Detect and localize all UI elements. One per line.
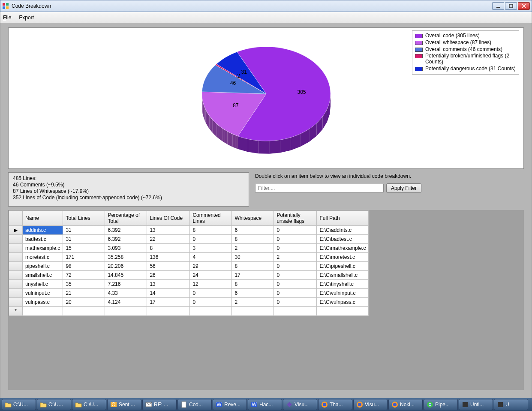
chart-legend: Overall code (305 lines)Overall whitespa… xyxy=(412,30,519,75)
taskbar-label: Noki... xyxy=(400,402,415,408)
chart-panel: 3058746231 Overall code (305 lines)Overa… xyxy=(8,27,524,169)
filter-input[interactable] xyxy=(255,184,384,192)
svg-text:2: 2 xyxy=(237,73,240,79)
table-row[interactable]: vulnpass.c204.12417020E:\C\vulnpass.c xyxy=(9,298,369,307)
folder-icon xyxy=(40,401,47,408)
legend-swatch xyxy=(415,34,423,38)
legend-item: Potentially broken/unfinished flags (2 C… xyxy=(415,53,516,66)
svg-text:31: 31 xyxy=(241,69,247,75)
grid-panel: NameTotal LinesPercentage of TotalLines … xyxy=(8,210,524,390)
legend-label: Overall code (305 lines) xyxy=(425,33,516,39)
taskbar-label: U xyxy=(505,402,509,408)
table-row[interactable]: mathexample.c153.0938320E:\C\mathexample… xyxy=(9,244,369,253)
doc-icon xyxy=(180,401,187,408)
svg-rect-3 xyxy=(6,6,9,9)
table-row[interactable]: vulninput.c214.3314060E:\C\vulninput.c xyxy=(9,289,369,298)
legend-swatch xyxy=(415,54,423,58)
data-grid[interactable]: NameTotal LinesPercentage of TotalLines … xyxy=(9,210,369,316)
new-row[interactable]: * xyxy=(9,307,369,316)
taskbar-button[interactable]: Noki... xyxy=(388,399,423,410)
taskbar-label: Visu... xyxy=(365,402,379,408)
svg-point-29 xyxy=(429,404,431,405)
taskbar-button[interactable]: U xyxy=(494,399,528,410)
column-header[interactable]: Name xyxy=(23,211,63,226)
legend-label: Overall whitespace (87 lines) xyxy=(425,40,516,46)
column-header[interactable]: Full Path xyxy=(317,211,369,226)
taskbar-button[interactable]: WReve... xyxy=(213,399,247,410)
close-button[interactable] xyxy=(518,2,530,10)
svg-text:87: 87 xyxy=(233,102,239,108)
menu-export[interactable]: Export xyxy=(19,15,34,21)
word-icon: W xyxy=(251,401,258,408)
svg-text:305: 305 xyxy=(297,89,306,95)
column-header[interactable]: Lines Of Code xyxy=(147,211,190,226)
taskbar-button[interactable]: Unti... xyxy=(459,399,493,410)
svg-text:O: O xyxy=(111,402,115,408)
menu-file[interactable]: File xyxy=(3,15,11,21)
taskbar-button[interactable]: C:\U... xyxy=(37,399,71,410)
taskbar-button[interactable]: OSent ... xyxy=(107,399,141,410)
legend-item: Overall code (305 lines) xyxy=(415,33,516,39)
column-header[interactable]: Commented Lines xyxy=(190,211,232,226)
column-header[interactable]: Percentage of Total xyxy=(105,211,147,226)
apply-filter-button[interactable]: Apply Filter xyxy=(386,183,421,193)
taskbar-button[interactable]: Visu... xyxy=(283,399,317,410)
filter-panel: Double click on an item below to view an… xyxy=(253,172,524,207)
taskbar-label: Sent ... xyxy=(119,402,135,408)
legend-label: Potentially broken/unfinished flags (2 C… xyxy=(425,53,516,65)
taskbar-button[interactable]: Cod... xyxy=(177,399,212,410)
table-row[interactable]: smallshell.c7214.8452624170E:\C\smallshe… xyxy=(9,271,369,280)
taskbar-label: C:\U... xyxy=(48,402,63,408)
table-row[interactable]: badtest.c316.39222080E:\C\badtest.c xyxy=(9,235,369,244)
stats-line: 352 Lines of Code (including comment-app… xyxy=(13,195,244,201)
taskbar-label: Reve... xyxy=(224,402,240,408)
taskbar-button[interactable]: C:\U... xyxy=(2,399,36,410)
legend-label: Overall comments (46 comments) xyxy=(425,47,516,53)
column-header[interactable]: Total Lines xyxy=(63,211,105,226)
taskbar-button[interactable]: C:\U... xyxy=(72,399,106,410)
maximize-button[interactable] xyxy=(505,2,517,10)
vs-icon xyxy=(286,401,293,408)
svg-point-26 xyxy=(393,403,397,406)
taskbar-button[interactable]: Visu... xyxy=(353,399,388,410)
folder-icon xyxy=(5,401,12,408)
svg-point-24 xyxy=(358,403,361,406)
firefox-icon xyxy=(391,401,398,408)
taskbar-label: Unti... xyxy=(470,402,484,408)
app-icon xyxy=(497,401,504,408)
column-header[interactable]: Whitespace xyxy=(232,211,274,226)
mail-icon xyxy=(145,401,152,408)
minimize-button[interactable] xyxy=(492,2,504,10)
stats-line: 485 Lines: xyxy=(13,175,244,182)
taskbar-label: Visu... xyxy=(295,402,309,408)
app-icon xyxy=(2,3,9,9)
titlebar[interactable]: Code Breakdown xyxy=(0,0,532,12)
legend-item: Overall comments (46 comments) xyxy=(415,46,516,53)
firefox-icon xyxy=(321,401,328,408)
legend-item: Potentially dangerous code (31 Counts) xyxy=(415,66,516,72)
taskbar-label: Cod... xyxy=(189,402,203,408)
column-header[interactable]: Potentially unsafe flags xyxy=(274,211,317,226)
window-title: Code Breakdown xyxy=(12,3,492,9)
taskbar-label: Tha... xyxy=(330,402,343,408)
legend-swatch xyxy=(415,41,423,45)
svg-rect-31 xyxy=(498,402,503,407)
taskbar-button[interactable]: Tha... xyxy=(318,399,352,410)
pie-chart: 3058746231 xyxy=(73,30,459,167)
svg-rect-1 xyxy=(6,3,9,6)
svg-text:W: W xyxy=(216,402,222,408)
svg-rect-30 xyxy=(463,402,468,407)
taskbar[interactable]: C:\U...C:\U...C:\U...OSent ...RE: ...Cod… xyxy=(0,398,532,411)
taskbar-button[interactable]: WHac... xyxy=(248,399,282,410)
table-row[interactable]: tinyshell.c357.216131280E:\C\tinyshell.c xyxy=(9,280,369,289)
taskbar-button[interactable]: RE: ... xyxy=(142,399,177,410)
window-buttons xyxy=(492,2,530,10)
legend-item: Overall whitespace (87 lines) xyxy=(415,39,516,46)
table-row[interactable]: pipeshell.c9820.206562980E:\C\pipeshell.… xyxy=(9,262,369,271)
filter-hint: Double click on an item below to view an… xyxy=(255,173,522,179)
outlook-icon: O xyxy=(110,401,117,408)
taskbar-button[interactable]: Pipe... xyxy=(424,399,458,410)
table-row[interactable]: ▶addints.c316.39213860E:\C\addints.c xyxy=(9,226,369,235)
table-row[interactable]: moretest.c17135.2581364302E:\C\moretest.… xyxy=(9,253,369,262)
menubar: File Export xyxy=(0,12,532,23)
